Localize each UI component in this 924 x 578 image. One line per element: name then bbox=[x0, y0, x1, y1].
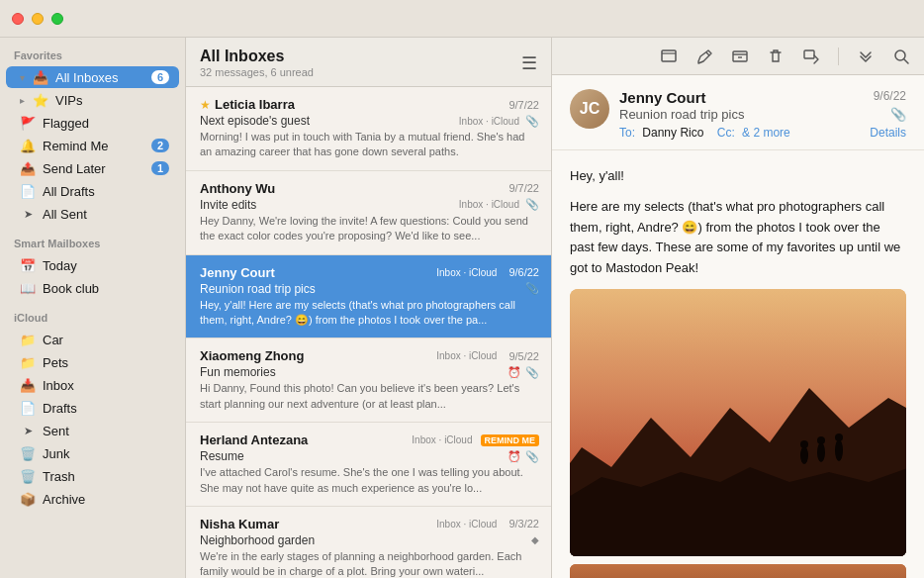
inbox-badge: 6 bbox=[151, 70, 169, 84]
more-toolbar-icon[interactable] bbox=[857, 48, 875, 65]
sidebar-item-send-later[interactable]: 📤 Send Later 1 bbox=[6, 157, 179, 179]
inbox-icon: 📥 bbox=[20, 377, 36, 393]
close-button[interactable] bbox=[12, 13, 24, 25]
send-later-icon: 📤 bbox=[20, 160, 36, 176]
sidebar-item-label: Pets bbox=[43, 355, 169, 370]
sidebar-item-all-inboxes[interactable]: ▾ 📥 All Inboxes 6 bbox=[6, 66, 179, 88]
star-icon: ★ bbox=[200, 98, 211, 112]
email-date: 9/7/22 bbox=[508, 182, 539, 194]
search-toolbar-icon[interactable] bbox=[892, 48, 910, 65]
svg-rect-3 bbox=[733, 51, 747, 61]
sidebar-item-junk[interactable]: 🗑️ Junk bbox=[6, 442, 179, 464]
attachment-icon: 📎 bbox=[525, 198, 539, 211]
svg-line-2 bbox=[706, 52, 709, 55]
drafts-icon: 📄 bbox=[20, 183, 36, 199]
email-subject: Neighborhood garden bbox=[200, 533, 525, 547]
sidebar-item-today[interactable]: 📅 Today bbox=[6, 254, 179, 276]
folder-icon: 📁 bbox=[20, 354, 36, 370]
attachment-icon: 📎 bbox=[525, 366, 539, 379]
email-mailbox: Inbox · iCloud bbox=[459, 116, 519, 127]
flag-icon: 🚩 bbox=[20, 115, 36, 131]
email-subject: Next episode's guest bbox=[200, 114, 455, 128]
email-subject: Reunion road trip pics bbox=[200, 282, 519, 296]
sidebar-item-pets[interactable]: 📁 Pets bbox=[6, 351, 179, 373]
email-from: Herland Antezana bbox=[200, 433, 408, 447]
sidebar-item-vips[interactable]: ▸ ⭐ VIPs bbox=[6, 89, 179, 111]
minimize-button[interactable] bbox=[32, 13, 44, 25]
attachment-icon: 📎 bbox=[525, 282, 539, 295]
email-preview: Hey Danny, We're loving the invite! A fe… bbox=[200, 214, 539, 244]
sidebar: Favorites ▾ 📥 All Inboxes 6 ▸ ⭐ VIPs 🚩 F… bbox=[0, 38, 186, 578]
sidebar-item-book-club[interactable]: 📖 Book club bbox=[6, 277, 179, 299]
svg-point-11 bbox=[817, 436, 825, 444]
cc-value[interactable]: & 2 more bbox=[742, 126, 790, 140]
sidebar-item-label: VIPs bbox=[55, 93, 169, 108]
svg-point-12 bbox=[835, 439, 843, 461]
clock-icon: ⏰ bbox=[508, 366, 521, 379]
svg-point-9 bbox=[800, 440, 808, 448]
move-toolbar-icon[interactable] bbox=[802, 48, 820, 65]
email-mailbox: Inbox · iCloud bbox=[436, 350, 497, 361]
email-item[interactable]: Jenny Court Inbox · iCloud 9/6/22 Reunio… bbox=[186, 255, 551, 339]
bell-icon: 🔔 bbox=[20, 138, 36, 153]
compose-icon[interactable] bbox=[695, 48, 713, 65]
email-date: 9/7/22 bbox=[508, 99, 539, 111]
sidebar-item-trash[interactable]: 🗑️ Trash bbox=[6, 465, 179, 487]
sidebar-item-label: Book club bbox=[43, 281, 169, 296]
sidebar-item-inbox[interactable]: 📥 Inbox bbox=[6, 374, 179, 396]
sidebar-item-label: All Inboxes bbox=[55, 70, 151, 85]
email-item[interactable]: Herland Antezana Inbox · iCloud REMIND M… bbox=[186, 423, 551, 507]
cc-label: Cc: bbox=[717, 126, 735, 140]
body-line-1: Hey, y'all! bbox=[570, 166, 906, 187]
sidebar-item-label: Drafts bbox=[43, 401, 169, 416]
email-item[interactable]: ★ Leticia Ibarra 9/7/22 Next episode's g… bbox=[186, 87, 551, 171]
app-body: Favorites ▾ 📥 All Inboxes 6 ▸ ⭐ VIPs 🚩 F… bbox=[0, 38, 924, 578]
detail-image bbox=[570, 289, 906, 578]
sidebar-item-all-sent[interactable]: ➤ All Sent bbox=[6, 203, 179, 225]
sidebar-item-remind-me[interactable]: 🔔 Remind Me 2 bbox=[6, 135, 179, 156]
junk-icon: 🗑️ bbox=[20, 445, 36, 461]
svg-rect-14 bbox=[570, 564, 906, 578]
email-from: Jenny Court bbox=[200, 265, 432, 280]
sidebar-item-flagged[interactable]: 🚩 Flagged bbox=[6, 112, 179, 134]
to-value: Danny Rico bbox=[642, 126, 703, 140]
trash-toolbar-icon[interactable] bbox=[767, 48, 785, 65]
sidebar-item-label: Flagged bbox=[43, 116, 169, 131]
email-list-subtitle: 32 messages, 6 unread bbox=[200, 66, 314, 78]
sidebar-item-car[interactable]: 📁 Car bbox=[6, 329, 179, 350]
email-item[interactable]: Xiaomeng Zhong Inbox · iCloud 9/5/22 Fun… bbox=[186, 338, 551, 423]
send-later-badge: 1 bbox=[151, 161, 169, 175]
svg-point-8 bbox=[800, 446, 808, 464]
details-link[interactable]: Details bbox=[870, 126, 906, 140]
sidebar-item-label: All Sent bbox=[43, 207, 169, 222]
toolbar-separator bbox=[838, 48, 839, 65]
remind-me-badge: REMIND ME bbox=[481, 434, 540, 446]
filter-icon[interactable]: ☰ bbox=[521, 52, 537, 74]
sidebar-item-label: Send Later bbox=[43, 161, 151, 176]
today-icon: 📅 bbox=[20, 257, 36, 273]
sent-icon: ➤ bbox=[20, 206, 36, 222]
email-preview: We're in the early stages of planning a … bbox=[200, 549, 539, 578]
email-mailbox: Inbox · iCloud bbox=[436, 519, 497, 530]
fullscreen-button[interactable] bbox=[51, 13, 63, 25]
email-item[interactable]: Nisha Kumar Inbox · iCloud 9/3/22 Neighb… bbox=[186, 507, 551, 578]
archive-toolbar-icon[interactable] bbox=[731, 48, 749, 65]
sidebar-item-label: All Drafts bbox=[43, 184, 169, 199]
sidebar-item-sent[interactable]: ➤ Sent bbox=[6, 420, 179, 441]
email-from: Anthony Wu bbox=[200, 181, 501, 196]
archive-icon: 📦 bbox=[20, 491, 36, 507]
sidebar-section-icloud: iCloud bbox=[0, 300, 185, 328]
new-message-icon[interactable] bbox=[660, 48, 678, 65]
email-preview: Hi Danny, Found this photo! Can you beli… bbox=[200, 381, 539, 412]
email-from: Xiaomeng Zhong bbox=[200, 348, 432, 363]
detail-to-line: To: Danny Rico Cc: & 2 more bbox=[619, 126, 860, 140]
email-item[interactable]: Anthony Wu 9/7/22 Invite edits Inbox · i… bbox=[186, 171, 551, 255]
sidebar-item-archive[interactable]: 📦 Archive bbox=[6, 488, 179, 510]
sidebar-item-drafts[interactable]: 📄 Drafts bbox=[6, 397, 179, 419]
folder-icon: 📁 bbox=[20, 332, 36, 347]
svg-rect-0 bbox=[662, 50, 676, 61]
titlebar bbox=[0, 0, 924, 38]
email-preview: I've attached Carol's resume. She's the … bbox=[200, 465, 539, 496]
sidebar-item-all-drafts[interactable]: 📄 All Drafts bbox=[6, 180, 179, 202]
vip-icon: ⭐ bbox=[33, 92, 48, 108]
